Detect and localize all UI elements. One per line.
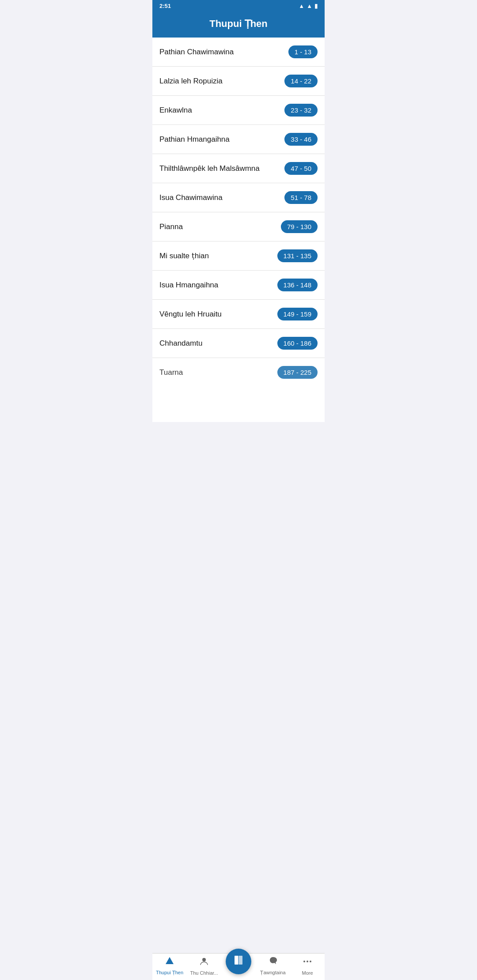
nav-item-tawngtaina[interactable]: Ṭawngtaina xyxy=(256,956,290,976)
item-label: Chhandamtu xyxy=(159,339,277,348)
list-item[interactable]: Lalzia leh Ropuizia14 - 22 xyxy=(152,67,325,96)
item-label: Enkawlna xyxy=(159,106,284,115)
list-item[interactable]: Pathian Chawimawina1 - 13 xyxy=(152,38,325,67)
page-header: Thupui Ṭhen xyxy=(152,12,325,38)
item-badge: 131 - 135 xyxy=(277,249,318,262)
svg-point-5 xyxy=(303,961,305,962)
battery-icon: ▮ xyxy=(314,3,318,9)
list-item[interactable]: Chhandamtu160 - 186 xyxy=(152,329,325,358)
nav-icon-tawngtaina xyxy=(268,956,278,969)
svg-point-6 xyxy=(307,961,308,962)
item-badge: 33 - 46 xyxy=(284,133,318,146)
svg-rect-2 xyxy=(235,956,238,965)
nav-label-thu-chhiar: Thu Chhiar... xyxy=(190,970,218,976)
list-item[interactable]: Vêngtu leh Hruaitu149 - 159 xyxy=(152,300,325,329)
item-label: Mi sualte ṭhian xyxy=(159,251,277,260)
item-label: Isua Chawimawina xyxy=(159,193,284,202)
status-icons: ▲ ▲ ▮ xyxy=(299,3,318,9)
wifi-icon: ▲ xyxy=(307,3,312,9)
nav-icon-thu-chhiar xyxy=(199,957,209,969)
item-label: Pianna xyxy=(159,222,281,231)
status-bar: 2:51 ▲ ▲ ▮ xyxy=(152,0,325,12)
svg-point-7 xyxy=(310,961,311,962)
nav-item-thu-chhiar[interactable]: Thu Chhiar... xyxy=(187,957,221,976)
list-item[interactable]: Tuarna187 - 225 xyxy=(152,358,325,387)
item-label: Pathian Chawimawina xyxy=(159,48,288,57)
nav-label-tawngtaina: Ṭawngtaina xyxy=(260,970,285,976)
list-item[interactable]: Enkawlna23 - 32 xyxy=(152,96,325,125)
nav-item-thupui-then[interactable]: Thupui Ṭhen xyxy=(152,956,187,976)
item-label: Vêngtu leh Hruaitu xyxy=(159,310,277,319)
item-badge: 47 - 50 xyxy=(284,162,318,175)
page-title: Thupui Ṭhen xyxy=(159,18,318,30)
list-item[interactable]: Mi sualte ṭhian131 - 135 xyxy=(152,241,325,271)
nav-center-book-button[interactable] xyxy=(226,949,251,974)
item-badge: 51 - 78 xyxy=(284,191,318,204)
book-icon xyxy=(233,954,244,969)
item-label: Isua Hmangaihna xyxy=(159,281,277,290)
item-label: Thilthlâwnpêk leh Malsâwmna xyxy=(159,164,284,173)
svg-rect-3 xyxy=(238,956,242,965)
item-badge: 187 - 225 xyxy=(277,366,318,379)
item-label: Pathian Hmangaihna xyxy=(159,135,284,144)
nav-item-book[interactable] xyxy=(221,957,256,974)
nav-icon-thupui-then xyxy=(165,956,174,969)
item-label: Lalzia leh Ropuizia xyxy=(159,77,284,86)
nav-icon-more xyxy=(303,957,312,969)
nav-item-more[interactable]: More xyxy=(290,957,325,976)
status-time: 2:51 xyxy=(159,3,171,9)
item-badge: 160 - 186 xyxy=(277,337,318,350)
svg-marker-0 xyxy=(166,957,174,964)
list-item[interactable]: Isua Chawimawina51 - 78 xyxy=(152,183,325,212)
nav-label-more: More xyxy=(302,970,313,976)
item-label: Tuarna xyxy=(159,368,277,377)
list-item[interactable]: Pathian Hmangaihna33 - 46 xyxy=(152,125,325,154)
item-badge: 23 - 32 xyxy=(284,104,318,117)
item-badge: 14 - 22 xyxy=(284,75,318,87)
list-container: Pathian Chawimawina1 - 13Lalzia leh Ropu… xyxy=(152,38,325,422)
bottom-navigation: Thupui Ṭhen Thu Chhiar... xyxy=(152,953,325,980)
list-item[interactable]: Pianna79 - 130 xyxy=(152,212,325,241)
list-item[interactable]: Thilthlâwnpêk leh Malsâwmna47 - 50 xyxy=(152,154,325,183)
item-badge: 79 - 130 xyxy=(281,220,318,233)
signal-icon: ▲ xyxy=(299,3,304,9)
item-badge: 1 - 13 xyxy=(288,45,318,58)
item-badge: 149 - 159 xyxy=(277,308,318,320)
list-item[interactable]: Isua Hmangaihna136 - 148 xyxy=(152,271,325,300)
nav-label-thupui-then: Thupui Ṭhen xyxy=(156,970,183,976)
item-badge: 136 - 148 xyxy=(277,279,318,291)
svg-point-1 xyxy=(202,958,206,961)
